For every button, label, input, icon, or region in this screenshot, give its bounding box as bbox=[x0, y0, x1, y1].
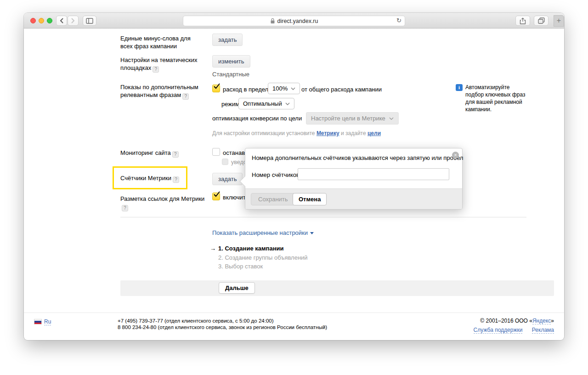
cancel-button[interactable]: Отмена bbox=[293, 193, 327, 205]
next-button[interactable]: Дальше bbox=[219, 282, 255, 294]
monitoring-notify-label: уведо bbox=[231, 159, 247, 165]
relevant-label: Показы по дополнительным релевантным фра… bbox=[120, 83, 204, 100]
thematic-change-button[interactable]: изменить bbox=[212, 55, 250, 68]
counters-popup: Номера дополнительных счётчиков указываю… bbox=[245, 148, 463, 210]
minus-words-label: Единые минус-слова для всех фраз кампани… bbox=[120, 34, 203, 50]
advanced-settings-toggle[interactable]: Показать расширенные настройки bbox=[212, 229, 314, 236]
yandex-link[interactable]: Яндекс bbox=[532, 318, 551, 324]
tip-text: Автоматизируйте подбор ключевых фраз для… bbox=[465, 84, 527, 113]
share-icon bbox=[520, 17, 526, 24]
fullscreen-window-button[interactable] bbox=[47, 18, 52, 23]
monitoring-label: Мониторинг сайта? bbox=[120, 149, 179, 158]
copyright: © 2001–2016 ООО «Яндекс» bbox=[480, 318, 554, 324]
step-3: 3. Выбор ставок bbox=[218, 263, 263, 270]
sidebar-icon bbox=[86, 18, 93, 24]
thematic-value: Стандартные bbox=[212, 70, 249, 78]
browser-toolbar: direct.yandex.ru ↻ + bbox=[24, 13, 564, 28]
monitoring-notify-checkbox[interactable] bbox=[222, 159, 228, 165]
chevron-down-icon bbox=[310, 232, 314, 234]
counters-set-button[interactable]: задать bbox=[212, 173, 243, 185]
section-divider bbox=[120, 217, 526, 217]
metrika-link[interactable]: Метрику bbox=[317, 130, 339, 136]
thematic-label: Настройки на тематических площадках? bbox=[120, 56, 204, 73]
mode-label: режим bbox=[221, 101, 239, 108]
chevron-down-icon bbox=[285, 102, 290, 105]
action-bar bbox=[120, 280, 554, 296]
monitoring-stop-checkbox[interactable] bbox=[212, 148, 220, 156]
help-icon[interactable]: ? bbox=[122, 205, 128, 211]
tabs-overview-button[interactable] bbox=[534, 16, 548, 26]
spend-limit-suffix: от общего расхода кампании bbox=[301, 86, 382, 93]
step-2: 2. Создание группы объявлений bbox=[218, 254, 308, 261]
chevron-down-icon bbox=[291, 87, 295, 90]
mode-select[interactable]: Оптимальный bbox=[238, 98, 294, 109]
spend-percent-select[interactable]: 100% bbox=[268, 83, 300, 94]
info-icon: i bbox=[456, 84, 463, 91]
browser-window: direct.yandex.ru ↻ + Единые минус-слова … bbox=[24, 13, 564, 340]
current-step-arrow-icon: → bbox=[210, 245, 216, 252]
address-bar[interactable]: direct.yandex.ru ↻ bbox=[183, 16, 405, 26]
lock-icon bbox=[270, 18, 275, 24]
step-1: 1. Создание кампании bbox=[218, 245, 284, 252]
reload-icon[interactable]: ↻ bbox=[396, 17, 401, 24]
support-link[interactable]: Служба поддержки bbox=[474, 327, 523, 334]
checkmark-icon bbox=[213, 191, 220, 198]
share-button[interactable] bbox=[515, 16, 530, 26]
help-icon[interactable]: ? bbox=[173, 176, 179, 183]
help-icon[interactable]: ? bbox=[172, 151, 179, 158]
footer-phone-2: 8 800 234-24-80 (отдел клиентского серви… bbox=[118, 324, 327, 331]
forward-button[interactable] bbox=[68, 16, 79, 26]
save-button[interactable]: Сохранить bbox=[251, 193, 295, 205]
back-button[interactable] bbox=[56, 16, 67, 26]
help-icon[interactable]: ? bbox=[153, 66, 159, 73]
sidebar-toggle-button[interactable] bbox=[83, 16, 96, 26]
markup-label: Разметка ссылок для Метрики ? bbox=[120, 195, 205, 211]
footer-phone-1: +7 (495) 739-37-77 (отдел клиентского се… bbox=[118, 318, 274, 324]
popup-message: Номера дополнительных счётчиков указываю… bbox=[252, 154, 463, 161]
goals-link[interactable]: цели bbox=[368, 130, 381, 136]
new-tab-button[interactable]: + bbox=[554, 15, 564, 27]
popup-footer: Сохранить Отмена bbox=[245, 188, 462, 209]
counter-number-input[interactable] bbox=[298, 168, 449, 180]
url-text: direct.yandex.ru bbox=[277, 18, 318, 24]
tabs-icon bbox=[538, 17, 545, 24]
page-background: direct.yandex.ru ↻ + Единые минус-слова … bbox=[0, 0, 588, 375]
footer-links: Служба поддержки Реклама bbox=[474, 325, 554, 334]
chevron-right-icon bbox=[71, 17, 75, 24]
popup-field-label: Номер счётчиков bbox=[252, 171, 300, 178]
metrika-goals-select[interactable]: Настройте цели в Метрике bbox=[306, 112, 399, 125]
optimization-note: Для настройки оптимизации установите Мет… bbox=[212, 130, 381, 136]
ads-link[interactable]: Реклама bbox=[532, 327, 554, 334]
minimize-window-button[interactable] bbox=[39, 18, 44, 23]
spend-limit-checkbox[interactable] bbox=[212, 85, 220, 92]
close-icon[interactable]: × bbox=[452, 152, 459, 159]
optimization-label: оптимизация конверсии по цели bbox=[212, 115, 302, 122]
russia-flag-icon bbox=[34, 319, 42, 324]
counters-label: Счётчики Метрики? bbox=[120, 174, 179, 183]
language-link[interactable]: Ru bbox=[44, 318, 51, 325]
markup-enable-checkbox[interactable] bbox=[212, 193, 220, 200]
chevron-left-icon bbox=[59, 17, 64, 24]
chevron-down-icon bbox=[389, 117, 394, 120]
help-icon[interactable]: ? bbox=[182, 93, 189, 100]
checkmark-icon bbox=[213, 83, 220, 90]
close-window-button[interactable] bbox=[30, 18, 36, 23]
spend-limit-label: расход в пределах bbox=[223, 86, 275, 93]
minus-words-set-button[interactable]: задать bbox=[212, 34, 243, 46]
footer-divider bbox=[24, 312, 564, 313]
